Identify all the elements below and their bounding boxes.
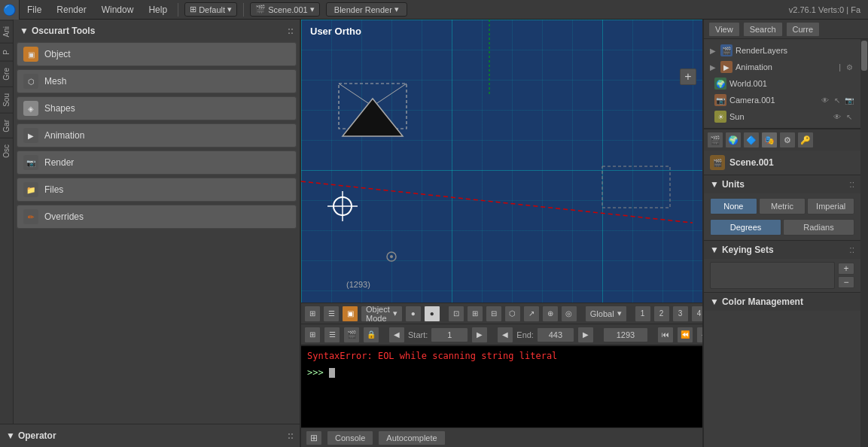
vtab-ani[interactable]: Ani: [0, 20, 13, 43]
pivot-dropdown[interactable]: Global ▾: [585, 306, 627, 322]
keying-sets-header[interactable]: ▼ Keying Sets ::: [704, 241, 860, 259]
unit-none-btn[interactable]: None: [710, 198, 757, 214]
outliner-item-world[interactable]: 🌍 World.001: [707, 75, 857, 92]
prop-icon-3[interactable]: 🔷: [743, 132, 760, 148]
tl-icon-btn[interactable]: ⊞: [304, 327, 321, 343]
prop-icon-5[interactable]: ⚙: [779, 132, 796, 148]
console-icon-btn[interactable]: ⊞: [306, 430, 322, 445]
outliner-item-animation[interactable]: ▶ ▶ Animation | ⚙: [707, 59, 857, 75]
outliner-item-renderlayers[interactable]: ▶ 🎬 RenderLayers: [707, 42, 857, 59]
layer-btn-4[interactable]: 4: [691, 306, 702, 322]
search-button[interactable]: Search: [743, 22, 783, 37]
unit-imperial-btn[interactable]: Imperial: [807, 198, 854, 214]
tool-shapes[interactable]: ◈ Shapes: [17, 96, 297, 120]
angle-radians-btn[interactable]: Radians: [783, 219, 854, 236]
angle-degrees-btn[interactable]: Degrees: [710, 219, 781, 236]
tool-overrides[interactable]: ✏ Overrides: [17, 205, 297, 229]
view-btn-3[interactable]: ⊟: [486, 306, 502, 322]
tool-mesh-icon: ⬡: [23, 74, 38, 89]
outliner-item-camera[interactable]: 📷 Camera.001 👁 ↖ 📷: [707, 92, 857, 108]
units-section-header[interactable]: ▼ Units ::: [704, 175, 860, 193]
scrollbar-thumb[interactable]: [861, 41, 867, 71]
layout-label: Default: [199, 5, 225, 14]
shading-btn-2[interactable]: ●: [424, 306, 440, 322]
vtab-p[interactable]: P: [0, 43, 13, 61]
autocomplete-button[interactable]: Autocomplete: [378, 430, 445, 445]
color-management-section-header[interactable]: ▼ Color Management: [704, 292, 860, 311]
units-title: Units: [722, 179, 745, 190]
sun-visibility-btn[interactable]: 👁: [832, 111, 842, 122]
tl-scene-btn[interactable]: 🎬: [343, 327, 360, 343]
tool-animation[interactable]: ▶ Animation: [17, 123, 297, 147]
tool-files[interactable]: 📁 Files: [17, 178, 297, 202]
tool-mesh[interactable]: ⬡ Mesh: [17, 69, 297, 93]
tl-next-btn[interactable]: ▶: [471, 327, 488, 343]
outliner-item-sun[interactable]: ☀ Sun 👁 ↖: [707, 108, 857, 125]
current-button[interactable]: Curre: [786, 22, 821, 37]
prop-icon-2[interactable]: 🌍: [725, 132, 742, 148]
keying-remove-btn[interactable]: −: [838, 276, 854, 288]
tl-prev-btn[interactable]: ◀: [388, 327, 405, 343]
vtab-gar[interactable]: Gar: [0, 113, 13, 138]
end-input[interactable]: [537, 327, 574, 342]
vtab-gre[interactable]: Gre: [0, 61, 13, 87]
shading-btn-1[interactable]: ●: [405, 306, 422, 322]
view-btn-1[interactable]: ⊡: [448, 306, 464, 322]
engine-selector[interactable]: Blender Render ▾: [326, 2, 407, 17]
view-button[interactable]: View: [708, 22, 740, 37]
menu-help[interactable]: Help: [141, 0, 175, 19]
tl-prev-key[interactable]: ◀: [696, 327, 702, 343]
viewport-cube-btn[interactable]: ▣: [342, 306, 358, 322]
view-btn-4[interactable]: ⬡: [504, 306, 521, 322]
tl-jump-start[interactable]: ⏮: [657, 327, 674, 343]
anim-ctrl[interactable]: ⚙: [844, 62, 854, 72]
3d-viewport[interactable]: Y User Ortho + (1293): [301, 20, 702, 303]
menu-window[interactable]: Window: [94, 0, 142, 19]
sun-cursor-btn[interactable]: ↖: [844, 111, 854, 122]
grid-accent: [301, 20, 702, 303]
scene-selector[interactable]: 🎬 Scene.001 ▾: [250, 2, 320, 17]
start-input[interactable]: [431, 327, 468, 342]
tool-object[interactable]: ▣ Object: [17, 42, 297, 66]
tl-lock-btn[interactable]: 🔒: [363, 327, 379, 343]
vtab-osc[interactable]: Osc: [0, 138, 13, 164]
layer-btn-3[interactable]: 3: [672, 306, 689, 322]
blender-icon: 🔵: [0, 0, 20, 20]
camera-render-btn[interactable]: 📷: [844, 95, 854, 105]
mode-dropdown[interactable]: Object Mode ▾: [361, 306, 403, 322]
right-scrollbar[interactable]: [860, 39, 868, 447]
sun-name: Sun: [729, 112, 829, 121]
proportional-btn[interactable]: ◎: [561, 306, 577, 322]
viewport-menu-btn[interactable]: ☰: [323, 306, 340, 322]
layer-btn-1[interactable]: 1: [635, 306, 651, 322]
viewport-icon-btn[interactable]: ⊞: [304, 306, 321, 322]
unit-metric-btn[interactable]: Metric: [759, 198, 806, 214]
tl-prev-btn-2[interactable]: ◀: [497, 327, 513, 343]
operator-expand-arrow: ▼: [6, 430, 15, 441]
console-button[interactable]: Console: [327, 430, 373, 445]
vtab-sou[interactable]: Sou: [0, 87, 13, 113]
tl-next-btn-2[interactable]: ▶: [577, 327, 594, 343]
keying-add-btn[interactable]: +: [838, 263, 854, 275]
animation-name: Animation: [736, 62, 833, 71]
prop-icon-6[interactable]: 🔑: [797, 132, 814, 148]
current-frame-input[interactable]: [603, 327, 648, 342]
camera-cursor-btn[interactable]: ↖: [832, 95, 842, 105]
layer-btn-2[interactable]: 2: [653, 306, 670, 322]
layout-selector[interactable]: ⊞ Default ▾: [184, 2, 237, 17]
menu-render[interactable]: Render: [49, 0, 93, 19]
tl-menu-btn[interactable]: ☰: [324, 327, 340, 343]
console-area[interactable]: SyntaxError: EOL while scanning string l…: [301, 345, 702, 427]
menu-file[interactable]: File: [20, 0, 49, 19]
viewport-add-button[interactable]: +: [680, 68, 696, 85]
view-btn-5[interactable]: ↗: [523, 306, 540, 322]
snap-btn[interactable]: ⊕: [542, 306, 559, 322]
prop-icon-4-active[interactable]: 🎭: [761, 132, 778, 148]
camera-visibility-btn[interactable]: 👁: [820, 95, 830, 105]
tl-prev-frame[interactable]: ⏪: [677, 327, 693, 343]
left-tabs-area: Ani P Gre Sou Gar Osc ▼ Oscurart Tools :…: [0, 20, 300, 424]
prop-icon-1[interactable]: 🎬: [707, 132, 723, 148]
camera-icon: 📷: [714, 94, 726, 106]
view-btn-2[interactable]: ⊞: [467, 306, 483, 322]
tool-render[interactable]: 📷 Render: [17, 151, 297, 175]
